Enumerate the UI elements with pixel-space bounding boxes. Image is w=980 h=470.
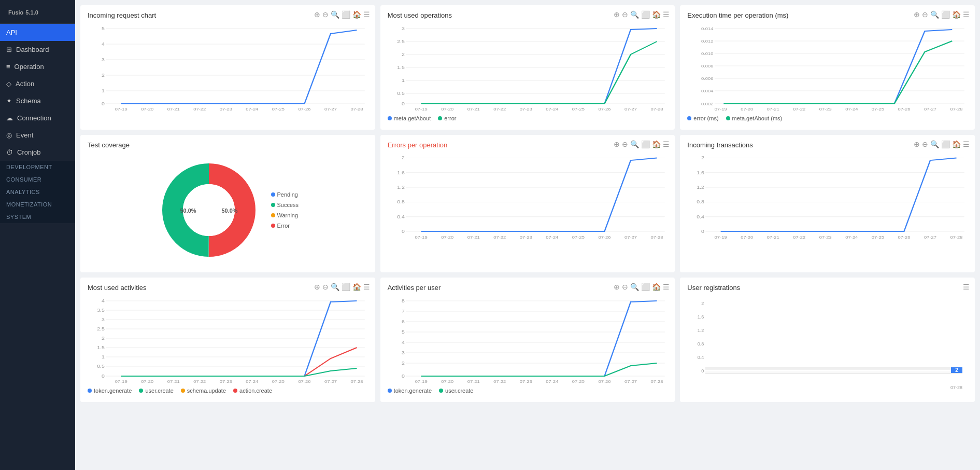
search-icon[interactable]: 🔍 [630,10,639,19]
download-icon[interactable]: ⬜ [941,140,950,148]
zoom-in-icon[interactable]: ⊕ [614,283,620,291]
zoom-out-icon[interactable]: ⊖ [922,10,928,19]
menu-icon[interactable]: ☰ [963,140,970,148]
search-icon[interactable]: 🔍 [331,10,339,19]
legend-item: token.generate [88,388,132,394]
svg-text:2: 2 [701,155,704,160]
connection-icon: ☁ [6,114,13,122]
svg-text:07-21: 07-21 [467,235,479,240]
menu-icon[interactable]: ☰ [363,10,370,19]
errors-per-operation-chart: Errors per operation ⊕ ⊖ 🔍 ⬜ 🏠 ☰ 2 1.6 1… [380,135,675,272]
legend-item-warning: Warning [271,212,299,218]
svg-text:2: 2 [402,52,405,57]
home-icon[interactable]: 🏠 [352,283,361,291]
svg-text:3: 3 [102,57,105,62]
grid-line [705,371,962,371]
sidebar-item-connection[interactable]: ☁ Connection [0,109,75,127]
download-icon[interactable]: ⬜ [941,10,950,19]
download-icon[interactable]: ⬜ [342,283,350,291]
legend-item-pending: Pending [271,191,299,198]
zoom-in-icon[interactable]: ⊕ [614,10,620,19]
zoom-in-icon[interactable]: ⊕ [314,283,320,291]
bar-chart-container: 2 1.6 1.2 0.8 0.4 0 [687,296,968,384]
sidebar-item-operation[interactable]: ≡ Operation [0,58,75,75]
download-icon[interactable]: ⬜ [641,140,650,148]
svg-text:07-20: 07-20 [441,379,453,384]
menu-icon[interactable]: ☰ [663,140,670,148]
svg-text:07-19: 07-19 [415,379,427,384]
download-icon[interactable]: ⬜ [641,10,650,19]
svg-text:0: 0 [402,229,405,234]
grid-line [705,368,962,369]
search-icon[interactable]: 🔍 [930,10,939,19]
svg-text:0: 0 [102,101,105,106]
search-icon[interactable]: 🔍 [630,283,639,291]
zoom-in-icon[interactable]: ⊕ [314,10,320,19]
incoming-transactions-chart: Incoming transactions ⊕ ⊖ 🔍 ⬜ 🏠 ☰ 2 1.6 … [680,135,975,272]
zoom-in-icon[interactable]: ⊕ [914,140,920,148]
search-icon[interactable]: 🔍 [930,140,939,148]
search-icon[interactable]: 🔍 [331,283,339,291]
line-chart-svg: 4 3.5 3 2.5 2 1.5 1 0.5 0 07-19 07-20 07… [88,296,368,384]
download-icon[interactable]: ⬜ [342,10,350,19]
zoom-out-icon[interactable]: ⊖ [622,283,628,291]
zoom-in-icon[interactable]: ⊕ [914,10,920,19]
grid-lines [705,367,962,373]
sidebar-item-dashboard[interactable]: ⊞ Dashboard [0,41,75,58]
svg-text:07-27: 07-27 [924,235,936,240]
home-icon[interactable]: 🏠 [952,10,961,19]
legend-item: user.create [439,388,473,394]
home-icon[interactable]: 🏠 [352,10,361,19]
sidebar-item-action[interactable]: ◇ Action [0,75,75,92]
svg-text:07-23: 07-23 [519,379,532,384]
svg-text:07-21: 07-21 [767,235,779,240]
operation-icon: ≡ [6,63,10,71]
donut-svg: 50.0% 50.0% [157,158,261,262]
app-name: Fusio [8,9,23,16]
legend-item: meta.getAbout [388,115,431,121]
chart-toolbar: ⊕ ⊖ 🔍 ⬜ 🏠 ☰ [314,10,370,19]
sidebar-item-api[interactable]: API [0,24,75,41]
svg-text:5: 5 [102,26,105,31]
zoom-out-icon[interactable]: ⊖ [922,140,928,148]
zoom-out-icon[interactable]: ⊖ [622,10,628,19]
menu-icon[interactable]: ☰ [663,10,670,19]
zoom-out-icon[interactable]: ⊖ [622,140,628,148]
svg-text:07-28: 07-28 [350,379,363,384]
zoom-out-icon[interactable]: ⊖ [322,10,329,19]
sidebar-item-schema[interactable]: ✦ Schema [0,92,75,109]
svg-text:07-25: 07-25 [572,107,585,112]
svg-text:0.5: 0.5 [97,364,105,369]
menu-icon[interactable]: ☰ [963,10,970,19]
legend-item: action.create [233,388,272,394]
svg-text:1.6: 1.6 [697,170,705,175]
user-registrations-chart: User registrations ☰ 2 1.6 1.2 0.8 0.4 0 [680,278,975,402]
sidebar-section-monetization: Monetization [0,198,75,211]
zoom-out-icon[interactable]: ⊖ [322,283,329,291]
sidebar-item-event[interactable]: ◎ Event [0,127,75,144]
bars-area: 2 [705,367,962,374]
home-icon[interactable]: 🏠 [652,283,661,291]
sidebar-item-cronjob[interactable]: ⏱ Cronjob [0,144,75,161]
svg-text:1.2: 1.2 [697,185,705,190]
svg-text:07-23: 07-23 [220,107,232,112]
menu-icon[interactable]: ☰ [363,283,370,291]
app-logo: Fusio5.1.0 [0,0,75,24]
download-icon[interactable]: ⬜ [641,283,650,291]
svg-text:2: 2 [102,73,105,78]
svg-text:07-21: 07-21 [167,107,180,112]
menu-icon[interactable]: ☰ [963,283,970,291]
home-icon[interactable]: 🏠 [652,10,661,19]
svg-text:07-22: 07-22 [793,107,806,112]
svg-text:07-22: 07-22 [493,235,506,240]
legend-dot [388,116,392,120]
zoom-in-icon[interactable]: ⊕ [614,140,620,148]
home-icon[interactable]: 🏠 [652,140,661,148]
home-icon[interactable]: 🏠 [952,140,961,148]
search-icon[interactable]: 🔍 [630,140,639,148]
menu-icon[interactable]: ☰ [663,283,670,291]
legend-dot [271,213,275,217]
sidebar-label: Schema [16,97,41,105]
svg-text:50.0%: 50.0% [221,208,237,214]
legend-label: user.create [145,388,173,394]
